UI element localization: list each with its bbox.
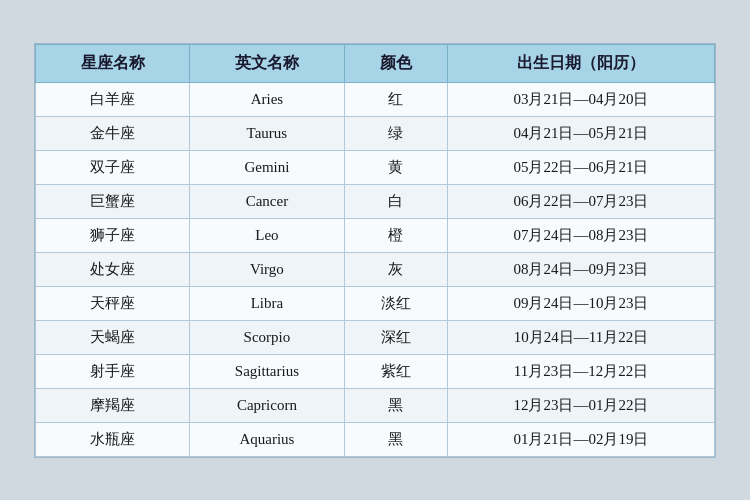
table-cell: Aquarius bbox=[190, 422, 344, 456]
table-cell: 深红 bbox=[344, 320, 447, 354]
table-cell: 01月21日—02月19日 bbox=[447, 422, 714, 456]
table-cell: 处女座 bbox=[36, 252, 190, 286]
table-cell: 白羊座 bbox=[36, 82, 190, 116]
table-cell: 金牛座 bbox=[36, 116, 190, 150]
table-row: 水瓶座Aquarius黑01月21日—02月19日 bbox=[36, 422, 715, 456]
table-cell: Taurus bbox=[190, 116, 344, 150]
table-cell: Leo bbox=[190, 218, 344, 252]
table-cell: 08月24日—09月23日 bbox=[447, 252, 714, 286]
table-cell: Virgo bbox=[190, 252, 344, 286]
table-cell: 白 bbox=[344, 184, 447, 218]
table-cell: 07月24日—08月23日 bbox=[447, 218, 714, 252]
table-cell: 水瓶座 bbox=[36, 422, 190, 456]
table-cell: 黑 bbox=[344, 422, 447, 456]
table-cell: 黄 bbox=[344, 150, 447, 184]
table-row: 白羊座Aries红03月21日—04月20日 bbox=[36, 82, 715, 116]
table-cell: 巨蟹座 bbox=[36, 184, 190, 218]
zodiac-table: 星座名称英文名称颜色出生日期（阳历） 白羊座Aries红03月21日—04月20… bbox=[35, 44, 715, 457]
table-row: 金牛座Taurus绿04月21日—05月21日 bbox=[36, 116, 715, 150]
table-cell: 天秤座 bbox=[36, 286, 190, 320]
table-row: 天蝎座Scorpio深红10月24日—11月22日 bbox=[36, 320, 715, 354]
table-header-cell: 出生日期（阳历） bbox=[447, 44, 714, 82]
table-cell: 紫红 bbox=[344, 354, 447, 388]
table-cell: Scorpio bbox=[190, 320, 344, 354]
table-cell: 黑 bbox=[344, 388, 447, 422]
table-cell: 灰 bbox=[344, 252, 447, 286]
table-cell: Sagittarius bbox=[190, 354, 344, 388]
table-cell: Libra bbox=[190, 286, 344, 320]
table-header-row: 星座名称英文名称颜色出生日期（阳历） bbox=[36, 44, 715, 82]
table-cell: 12月23日—01月22日 bbox=[447, 388, 714, 422]
table-row: 处女座Virgo灰08月24日—09月23日 bbox=[36, 252, 715, 286]
table-cell: Cancer bbox=[190, 184, 344, 218]
table-row: 射手座Sagittarius紫红11月23日—12月22日 bbox=[36, 354, 715, 388]
table-cell: 狮子座 bbox=[36, 218, 190, 252]
table-row: 摩羯座Capricorn黑12月23日—01月22日 bbox=[36, 388, 715, 422]
table-cell: 10月24日—11月22日 bbox=[447, 320, 714, 354]
table-cell: 05月22日—06月21日 bbox=[447, 150, 714, 184]
table-cell: 射手座 bbox=[36, 354, 190, 388]
table-cell: 橙 bbox=[344, 218, 447, 252]
table-body: 白羊座Aries红03月21日—04月20日金牛座Taurus绿04月21日—0… bbox=[36, 82, 715, 456]
table-row: 双子座Gemini黄05月22日—06月21日 bbox=[36, 150, 715, 184]
table-cell: Capricorn bbox=[190, 388, 344, 422]
table-row: 狮子座Leo橙07月24日—08月23日 bbox=[36, 218, 715, 252]
table-header-cell: 英文名称 bbox=[190, 44, 344, 82]
table-cell: Gemini bbox=[190, 150, 344, 184]
table-header-cell: 颜色 bbox=[344, 44, 447, 82]
table-cell: 摩羯座 bbox=[36, 388, 190, 422]
table-row: 天秤座Libra淡红09月24日—10月23日 bbox=[36, 286, 715, 320]
table-cell: 11月23日—12月22日 bbox=[447, 354, 714, 388]
table-cell: 06月22日—07月23日 bbox=[447, 184, 714, 218]
table-header-cell: 星座名称 bbox=[36, 44, 190, 82]
table-cell: 09月24日—10月23日 bbox=[447, 286, 714, 320]
table-cell: 03月21日—04月20日 bbox=[447, 82, 714, 116]
table-cell: Aries bbox=[190, 82, 344, 116]
table-row: 巨蟹座Cancer白06月22日—07月23日 bbox=[36, 184, 715, 218]
table-cell: 淡红 bbox=[344, 286, 447, 320]
table-cell: 天蝎座 bbox=[36, 320, 190, 354]
table-cell: 绿 bbox=[344, 116, 447, 150]
table-cell: 红 bbox=[344, 82, 447, 116]
table-cell: 双子座 bbox=[36, 150, 190, 184]
table-cell: 04月21日—05月21日 bbox=[447, 116, 714, 150]
zodiac-table-container: 星座名称英文名称颜色出生日期（阳历） 白羊座Aries红03月21日—04月20… bbox=[34, 43, 716, 458]
